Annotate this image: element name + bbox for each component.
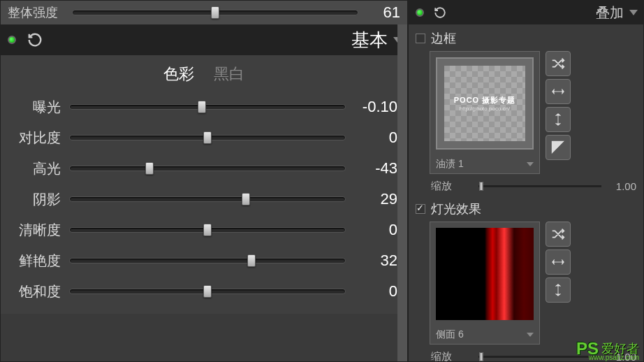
slider-row-clarity: 清晰度 0 (1, 215, 397, 245)
light-button-column (546, 222, 571, 303)
overall-strength-row: 整体强度 61 (1, 1, 407, 24)
slider-row-highlights: 高光 -43 (1, 153, 397, 184)
slider-label: 清晰度 (1, 221, 69, 240)
flip-vertical-button[interactable] (546, 107, 571, 132)
shuffle-button[interactable] (546, 222, 571, 247)
reset-icon[interactable] (27, 32, 43, 48)
mode-tabs: 色彩 黑白 (1, 55, 407, 89)
border-preset[interactable]: POCO 摄影专题 http://photo.poco.cn/ 油渍 1 (430, 51, 540, 174)
shuffle-button[interactable] (546, 51, 571, 76)
tab-bw[interactable]: 黑白 (214, 64, 244, 85)
slider-label: 阴影 (1, 190, 69, 209)
light-checkbox[interactable] (416, 204, 425, 214)
overall-label: 整体强度 (8, 4, 72, 21)
scrollbar[interactable] (397, 24, 407, 361)
tab-color[interactable]: 色彩 (163, 64, 194, 85)
chevron-down-icon[interactable] (527, 162, 534, 166)
thumb-url: http://photo.poco.cn/ (460, 106, 511, 112)
zoom-label: 缩放 (431, 180, 473, 193)
overlay-section-header[interactable]: 叠加 (409, 1, 643, 24)
left-panel: 整体强度 61 基本 色彩 黑白 曝光 -0.10 对比度 0 高光 -4 (0, 0, 408, 362)
light-thumbnail (436, 228, 534, 320)
overall-value: 61 (365, 3, 400, 22)
light-preset-row: 侧面 6 (416, 222, 636, 345)
light-checkbox-row: 灯光效果 (416, 201, 636, 217)
saturation-slider[interactable] (69, 284, 346, 298)
chevron-down-icon[interactable] (527, 333, 534, 337)
slider-value: 29 (346, 190, 397, 208)
border-button-column (546, 51, 571, 160)
contrast-slider[interactable] (69, 131, 346, 145)
slider-label: 对比度 (1, 129, 69, 147)
zoom-value: 1.00 (607, 180, 636, 192)
border-zoom-row: 缩放 1.00 (416, 174, 636, 194)
light-label: 灯光效果 (431, 201, 481, 217)
basic-title: 基本 (351, 28, 388, 52)
flip-vertical-button[interactable] (546, 277, 571, 303)
flip-horizontal-button[interactable] (546, 79, 571, 104)
border-preset-row: POCO 摄影专题 http://photo.poco.cn/ 油渍 1 (416, 51, 636, 174)
overlay-title: 叠加 (596, 3, 624, 22)
border-thumbnail: POCO 摄影专题 http://photo.poco.cn/ (436, 57, 534, 150)
flip-horizontal-button[interactable] (546, 249, 571, 275)
slider-value: 0 (346, 221, 397, 239)
zoom-label: 缩放 (431, 350, 473, 363)
border-preset-name: 油渍 1 (436, 158, 527, 171)
light-section: 灯光效果 侧面 6 缩放 1.00 不透明 (409, 199, 643, 362)
basic-section-header[interactable]: 基本 (1, 24, 407, 55)
light-preset[interactable]: 侧面 6 (430, 222, 540, 345)
border-zoom-slider[interactable] (478, 185, 601, 187)
shadows-slider[interactable] (69, 192, 346, 206)
light-preset-name: 侧面 6 (436, 328, 527, 341)
enable-dot-icon[interactable] (8, 36, 16, 44)
highlights-slider[interactable] (69, 161, 346, 175)
border-checkbox[interactable] (416, 34, 425, 43)
slider-label: 饱和度 (1, 282, 69, 301)
enable-dot-icon[interactable] (416, 8, 424, 17)
right-panel: 叠加 边框 POCO 摄影专题 http://photo.poco.cn/ (408, 0, 644, 362)
chevron-down-icon (629, 10, 638, 15)
clarity-slider[interactable] (69, 223, 346, 237)
slider-value: -0.10 (346, 98, 397, 116)
slider-value: -43 (346, 159, 397, 178)
border-checkbox-row: 边框 (416, 30, 636, 47)
slider-value: 0 (346, 282, 397, 301)
overall-slider[interactable] (72, 6, 358, 20)
slider-row-exposure: 曝光 -0.10 (1, 92, 397, 122)
slider-value: 32 (346, 252, 397, 270)
basic-sliders: 曝光 -0.10 对比度 0 高光 -43 阴影 29 清晰度 0 鲜艳度 32 (1, 89, 407, 314)
border-label: 边框 (431, 30, 456, 47)
slider-label: 曝光 (1, 98, 69, 117)
invert-button[interactable] (546, 135, 571, 160)
thumb-text: POCO 摄影专题 (454, 95, 515, 106)
border-section: 边框 POCO 摄影专题 http://photo.poco.cn/ 油渍 1 (409, 24, 643, 199)
slider-label: 鲜艳度 (1, 252, 69, 270)
slider-row-contrast: 对比度 0 (1, 122, 397, 153)
exposure-slider[interactable] (69, 100, 346, 114)
slider-row-shadows: 阴影 29 (1, 184, 397, 215)
vibrance-slider[interactable] (69, 254, 346, 268)
slider-row-saturation: 饱和度 0 (1, 276, 397, 307)
reset-icon[interactable] (434, 6, 446, 19)
slider-label: 高光 (1, 159, 69, 178)
slider-row-vibrance: 鲜艳度 32 (1, 245, 397, 276)
slider-value: 0 (346, 129, 397, 147)
watermark-url: www.psahz.com (589, 354, 639, 361)
